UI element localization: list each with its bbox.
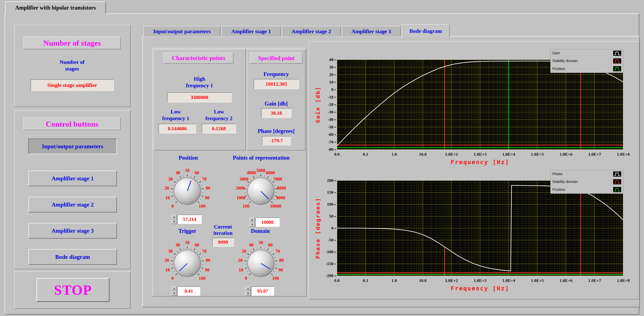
specified-gain-value: 38.18 xyxy=(261,108,292,118)
tab-amplifier-stage-2[interactable]: Amplifier stage 2 xyxy=(282,26,341,37)
low-frequency-2-value: 6.1268 xyxy=(202,124,236,133)
svg-text:30: 30 xyxy=(168,177,173,182)
stop-button[interactable]: STOP xyxy=(36,278,110,302)
points-spinner: ▲▼ 10000 xyxy=(250,218,280,227)
y-tick-label: 150 xyxy=(327,190,336,195)
legend-label: Stability domain xyxy=(552,59,578,63)
points-increment-button[interactable]: ▲ xyxy=(250,218,255,222)
window-title-tab[interactable]: Amplifier with bipolar transistors xyxy=(5,2,106,14)
trigger-increment-button[interactable]: ▲ xyxy=(172,286,177,291)
tab-bode-diagram[interactable]: Bode diagram xyxy=(402,24,450,38)
tab-input-output-parameters[interactable]: Input/output parameters xyxy=(144,26,220,37)
svg-text:0: 0 xyxy=(245,276,247,281)
svg-text:1000: 1000 xyxy=(236,195,246,200)
y-tick-label: 30 xyxy=(329,65,336,69)
domain-decrement-button[interactable]: ▼ xyxy=(245,291,251,296)
svg-text:40: 40 xyxy=(176,170,180,175)
svg-text:9000: 9000 xyxy=(276,195,285,200)
gain-bode-chart: Gain [db] 403020100-10-20-30-40-50-60-70… xyxy=(309,41,640,169)
specified-phase-value: -179.7 xyxy=(262,136,291,145)
legend-gain-waveform-icon xyxy=(613,51,621,56)
number-of-stages-ring[interactable]: Single stage amplifier xyxy=(30,79,114,91)
points-value-field[interactable]: 10000 xyxy=(255,218,280,227)
domain-knob[interactable]: 0102030405060708090100 xyxy=(232,234,290,292)
input-output-parameters-button[interactable]: Input/output parameters xyxy=(28,138,117,154)
window-title: Amplifier with bipolar transistors xyxy=(15,5,96,11)
svg-text:10: 10 xyxy=(165,267,170,272)
domain-increment-button[interactable]: ▲ xyxy=(245,286,251,291)
svg-text:60: 60 xyxy=(194,170,199,175)
x-tick-label: 0.1 xyxy=(363,152,368,157)
y-tick-label: 200 xyxy=(327,178,336,183)
control-buttons-panel xyxy=(14,110,130,269)
legend-item-stability-domain[interactable]: Stability domain xyxy=(550,178,623,186)
svg-text:7000: 7000 xyxy=(273,177,282,182)
legend-item-phase[interactable]: Phase xyxy=(550,170,623,178)
low-frequency-1-value: 0.144686 xyxy=(158,124,196,133)
x-tick-label: 0.0 xyxy=(334,152,340,157)
position-increment-button[interactable]: ▲ xyxy=(172,215,177,219)
amplifier-stage-3-button[interactable]: Amplifier stage 3 xyxy=(28,223,117,239)
bode-diagram-button[interactable]: Bode diagram xyxy=(28,249,117,265)
amplifier-stage-2-button[interactable]: Amplifier stage 2 xyxy=(28,197,117,213)
svg-text:10: 10 xyxy=(165,195,170,200)
points-decrement-button[interactable]: ▼ xyxy=(250,222,255,227)
y-tick-label: -30 xyxy=(328,109,336,114)
x-tick-label: 1.0E+5 xyxy=(531,278,544,283)
low-frequency-1-label: Low frequency 1 xyxy=(154,108,197,121)
phase-y-ticks: 200150100500-50-100-150-200 xyxy=(319,180,336,276)
svg-text:50: 50 xyxy=(185,240,190,245)
svg-text:20: 20 xyxy=(164,186,169,191)
legend-pozition-waveform-icon xyxy=(613,66,621,71)
amplifier-stage-1-button[interactable]: Amplifier stage 1 xyxy=(28,171,117,186)
position-value-field[interactable]: 57.214 xyxy=(177,215,202,224)
svg-text:70: 70 xyxy=(276,249,280,254)
legend-item-pozition[interactable]: Pozition xyxy=(550,65,623,73)
tab-amplifier-stage-3[interactable]: Amplifier stage 3 xyxy=(342,26,401,37)
position-knob[interactable]: 0102030405060708090100 xyxy=(158,162,216,220)
svg-text:70: 70 xyxy=(202,249,206,254)
legend-label: Stability domain xyxy=(552,180,578,184)
trigger-knob[interactable]: 0102030405060708090100 xyxy=(158,234,216,292)
y-tick-label: 0 xyxy=(331,87,336,92)
legend-label: Pozition xyxy=(552,188,565,192)
position-decrement-button[interactable]: ▼ xyxy=(172,219,177,224)
y-tick-label: -20 xyxy=(328,102,336,107)
trigger-decrement-button[interactable]: ▼ xyxy=(172,291,177,296)
trigger-value-field[interactable]: 0.41 xyxy=(177,286,200,296)
svg-text:2000: 2000 xyxy=(236,186,245,191)
legend-item-pozition[interactable]: Pozition xyxy=(550,186,623,194)
phase-bode-chart: Phase [degrees] 200150100500-50-100-150-… xyxy=(309,162,640,299)
x-tick-label: 1.0E+8 xyxy=(617,152,630,157)
svg-text:20: 20 xyxy=(164,258,169,263)
legend-item-gain[interactable]: Gain xyxy=(550,49,623,57)
domain-knob-label: Domain xyxy=(238,228,283,234)
x-tick-label: 1.0E+7 xyxy=(588,152,601,157)
phase-x-axis-label: Frequency [Hz] xyxy=(337,285,623,292)
y-tick-label: 40 xyxy=(329,57,336,62)
y-tick-label: 100 xyxy=(327,202,336,207)
phase-legend: PhaseStability domainPozition xyxy=(550,170,623,194)
gain-y-ticks: 403020100-10-20-30-40-50-60-70-80 xyxy=(319,60,336,150)
svg-text:60: 60 xyxy=(194,242,199,247)
points-of-representation-knob[interactable]: 1001000200030004000500060007000800090001… xyxy=(232,162,290,220)
high-frequency-1-value: 3300000 xyxy=(167,92,232,102)
position-knob-label: Position xyxy=(162,154,214,161)
y-tick-label: -70 xyxy=(328,139,336,144)
number-of-stages-header: Number of stages xyxy=(24,37,121,49)
y-tick-label: -60 xyxy=(328,132,336,137)
svg-text:100: 100 xyxy=(199,204,206,209)
specified-point-frame xyxy=(247,49,306,150)
domain-value-field[interactable]: 95.07 xyxy=(251,286,274,296)
svg-text:80: 80 xyxy=(279,258,284,263)
tab-amplifier-stage-1[interactable]: Amplifier stage 1 xyxy=(222,26,281,37)
y-tick-label: -80 xyxy=(328,147,336,152)
svg-text:3000: 3000 xyxy=(240,177,248,182)
legend-item-stability-domain[interactable]: Stability domain xyxy=(550,57,623,65)
gain-plot-area xyxy=(337,60,623,150)
y-tick-label: 10 xyxy=(329,80,336,84)
legend-pozition-waveform-icon xyxy=(613,187,621,192)
specified-gain-label: Gain [db] xyxy=(247,100,306,107)
y-tick-label: 50 xyxy=(329,214,336,219)
domain-spinner: ▲▼ 95.07 xyxy=(245,286,274,296)
